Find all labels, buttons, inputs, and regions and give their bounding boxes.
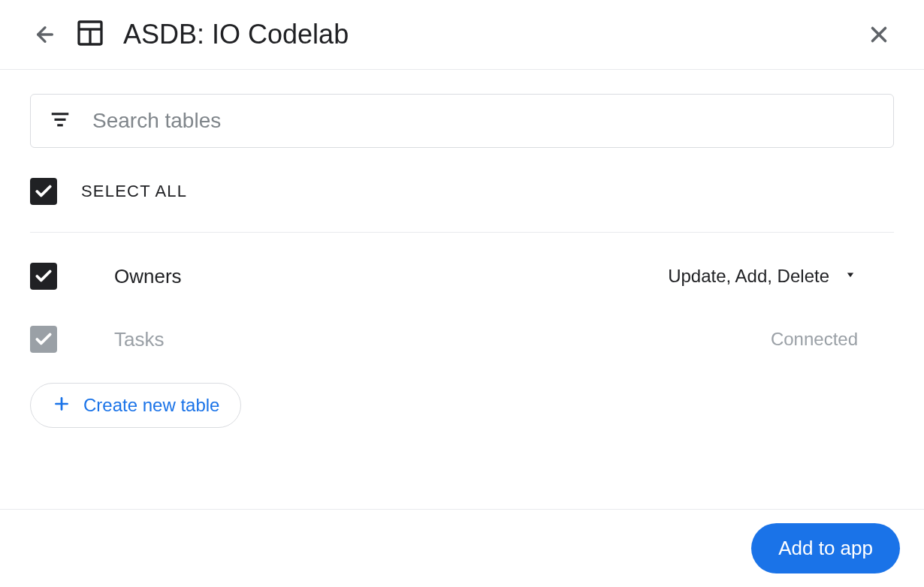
permissions-label: Update, Add, Delete [668, 266, 829, 287]
content-area: SELECT ALL Owners Update, Add, Delete [0, 70, 924, 428]
check-icon [34, 330, 53, 349]
create-table-label: Create new table [83, 395, 219, 416]
footer: Add to app [0, 509, 924, 587]
back-button[interactable] [30, 20, 60, 50]
table-row: Tasks Connected [30, 308, 894, 371]
database-icon [75, 18, 105, 51]
dropdown-caret-icon [843, 266, 858, 287]
search-box[interactable] [30, 94, 894, 148]
filter-icon [49, 108, 71, 134]
svg-marker-9 [847, 273, 853, 278]
svg-rect-7 [55, 119, 66, 121]
search-input[interactable] [92, 109, 875, 133]
select-all-label: SELECT ALL [81, 182, 187, 201]
table-name-owners: Owners [114, 265, 668, 288]
table-row: Owners Update, Add, Delete [30, 245, 894, 308]
status-label: Connected [771, 329, 858, 350]
arrow-left-icon [33, 23, 57, 47]
svg-rect-6 [52, 113, 69, 115]
check-icon [34, 266, 53, 286]
close-icon [866, 22, 892, 47]
table-permissions-dropdown[interactable]: Update, Add, Delete [668, 266, 894, 287]
page-title: ASDB: IO Codelab [123, 19, 349, 50]
select-all-row: SELECT ALL [30, 178, 894, 233]
table-name-tasks: Tasks [114, 328, 771, 351]
table-checkbox-owners[interactable] [30, 263, 57, 290]
add-to-app-button[interactable]: Add to app [751, 523, 900, 573]
table-list: Owners Update, Add, Delete Tasks Connect… [30, 245, 894, 371]
table-status-connected: Connected [771, 329, 894, 350]
plus-icon [52, 394, 71, 417]
close-button[interactable] [864, 20, 894, 50]
select-all-checkbox[interactable] [30, 178, 57, 205]
create-table-button[interactable]: Create new table [30, 383, 241, 428]
check-icon [34, 182, 53, 201]
table-checkbox-tasks [30, 326, 57, 353]
svg-rect-8 [57, 124, 63, 126]
header: ASDB: IO Codelab [0, 0, 924, 70]
